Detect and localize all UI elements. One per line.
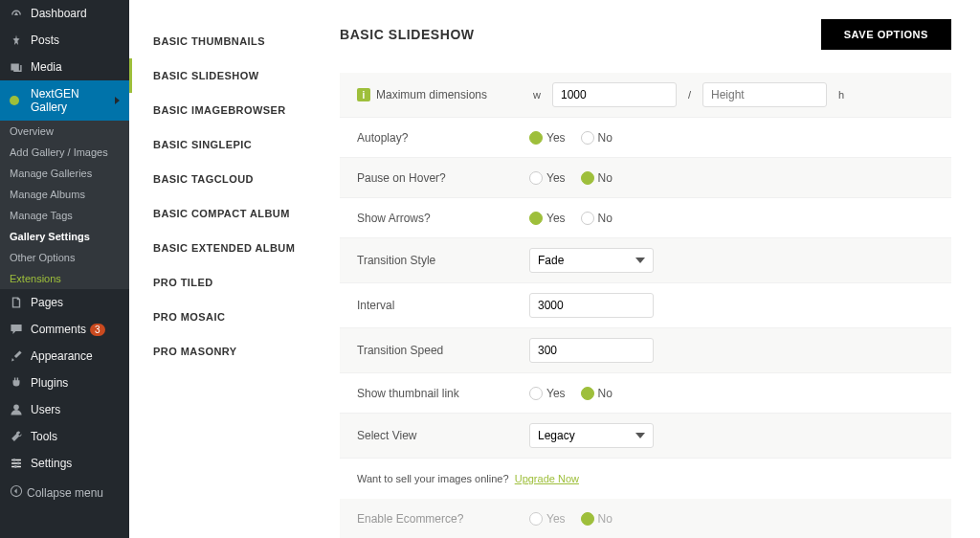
wp-nav-label: Comments [27,323,86,336]
select-view-select[interactable]: Legacy [529,423,654,448]
user-icon [10,403,27,416]
wp-nav-media[interactable]: Media [0,54,129,80]
radio-label: Yes [546,171,566,185]
width-unit-label: w [533,89,541,101]
wp-nav-posts[interactable]: Posts [0,27,129,54]
upsell-row: Want to sell your images online? Upgrade… [340,459,951,499]
gallery-type-nav: BASIC THUMBNAILSBASIC SLIDESHOWBASIC IMA… [129,0,330,538]
wp-admin-sidebar: DashboardPostsMediaNextGEN GalleryOvervi… [0,0,129,538]
thumb-link-no-radio[interactable]: No [581,387,612,400]
wp-nav-users[interactable]: Users [0,396,129,423]
save-options-button[interactable]: SAVE OPTIONS [821,19,951,50]
gallery-type-pro-masonry[interactable]: PRO MASONRY [129,334,330,369]
wp-nav-dashboard[interactable]: Dashboard [0,0,129,27]
wp-nav-nextgen-gallery[interactable]: NextGEN Gallery [0,80,129,121]
radio-label: Yes [546,387,566,400]
wp-subnav-manage-galleries[interactable]: Manage Galleries [0,163,129,184]
arrows-label: Show Arrows? [357,212,529,225]
wp-nav-label: Users [27,403,60,416]
plug-icon [10,376,27,390]
info-icon[interactable]: i [357,88,370,101]
dashboard-icon [10,7,27,20]
gallery-type-basic-imagebrowser[interactable]: BASIC IMAGEBROWSER [129,93,330,127]
pause-label: Pause on Hover? [357,171,529,185]
radio-label: Yes [546,512,566,526]
gallery-type-pro-mosaic[interactable]: PRO MOSAIC [129,300,330,334]
upsell-prompt: Want to sell your images online? [357,473,509,484]
speed-label: Transition Speed [357,344,529,357]
radio-dot-icon [529,512,543,526]
arrows-no-radio[interactable]: No [581,212,612,225]
wp-nav-label: Posts [27,34,59,47]
gallery-type-basic-singlepic[interactable]: BASIC SINGLEPIC [129,127,330,162]
pause-yes-radio[interactable]: Yes [529,171,566,185]
wp-nav-label: Dashboard [27,7,87,20]
wp-subnav-extensions[interactable]: Extensions [0,268,129,289]
svg-point-0 [13,404,19,410]
radio-dot-icon [581,512,594,526]
radio-dot-icon [581,131,594,145]
speed-input[interactable] [529,338,654,363]
sliders-icon [10,457,27,470]
gallery-type-basic-extended-album[interactable]: BASIC EXTENDED ALBUM [129,231,330,265]
radio-dot-icon [581,387,594,400]
collapse-menu-button[interactable]: Collapse menu [0,477,129,508]
autoplay-label: Autoplay? [357,131,529,145]
wp-subnav-other-options[interactable]: Other Options [0,247,129,268]
wp-subnav-gallery-settings[interactable]: Gallery Settings [0,226,129,247]
svg-point-2 [17,462,20,465]
wp-subnav-manage-albums[interactable]: Manage Albums [0,184,129,205]
select-view-label: Select View [357,429,529,442]
gallery-type-basic-compact-album[interactable]: BASIC COMPACT ALBUM [129,196,330,231]
thumb-link-yes-radio[interactable]: Yes [529,387,566,400]
wp-nav-pages[interactable]: Pages [0,289,129,316]
wp-nav-label: Media [27,60,62,74]
wp-nav-tools[interactable]: Tools [0,423,129,450]
wp-nav-plugins[interactable]: Plugins [0,370,129,396]
max-height-input[interactable] [702,82,827,107]
brush-icon [10,349,27,363]
gallery-type-basic-slideshow[interactable]: BASIC SLIDESHOW [129,58,330,93]
radio-label: Yes [546,131,566,145]
ng-icon [10,96,27,105]
settings-content: BASIC SLIDESHOW SAVE OPTIONS iMaximum di… [330,0,980,538]
transition-style-select[interactable]: Fade [529,248,654,273]
pin-icon [10,34,27,47]
radio-dot-icon [529,212,543,225]
height-unit-label: h [838,89,844,101]
pause-no-radio[interactable]: No [581,171,612,185]
comment-icon [10,323,27,336]
gallery-type-basic-thumbnails[interactable]: BASIC THUMBNAILS [129,24,330,58]
ecommerce-label: Enable Ecommerce? [357,512,529,526]
wp-subnav-overview[interactable]: Overview [0,121,129,142]
radio-dot-icon [581,212,594,225]
arrows-yes-radio[interactable]: Yes [529,212,566,225]
transition-style-label: Transition Style [357,254,529,267]
wp-nav-label: Pages [27,296,63,309]
wp-subnav-add-gallery-images[interactable]: Add Gallery / Images [0,142,129,163]
radio-label: No [598,212,612,225]
svg-point-1 [13,459,16,461]
wp-nav-settings[interactable]: Settings [0,450,129,477]
wp-nav-comments[interactable]: Comments3 [0,316,129,343]
page-icon [10,296,27,309]
wp-nav-appearance[interactable]: Appearance [0,343,129,370]
max-width-input[interactable] [552,82,677,107]
max-dimensions-label: iMaximum dimensions [357,88,529,102]
comments-badge: 3 [90,324,105,336]
submenu-arrow-icon [115,97,120,104]
gallery-type-basic-tagcloud[interactable]: BASIC TAGCLOUD [129,162,330,196]
ecommerce-yes-radio[interactable]: Yes [529,512,566,526]
radio-label: Yes [546,212,566,225]
wp-subnav-manage-tags[interactable]: Manage Tags [0,205,129,226]
collapse-label: Collapse menu [27,486,103,500]
ecommerce-no-radio[interactable]: No [581,512,612,526]
upgrade-now-link[interactable]: Upgrade Now [515,473,579,484]
autoplay-yes-radio[interactable]: Yes [529,131,566,145]
interval-input[interactable] [529,293,654,318]
autoplay-no-radio[interactable]: No [581,131,612,145]
wp-nav-label: Tools [27,430,57,443]
collapse-icon [10,484,27,501]
radio-dot-icon [529,171,543,185]
gallery-type-pro-tiled[interactable]: PRO TILED [129,265,330,300]
